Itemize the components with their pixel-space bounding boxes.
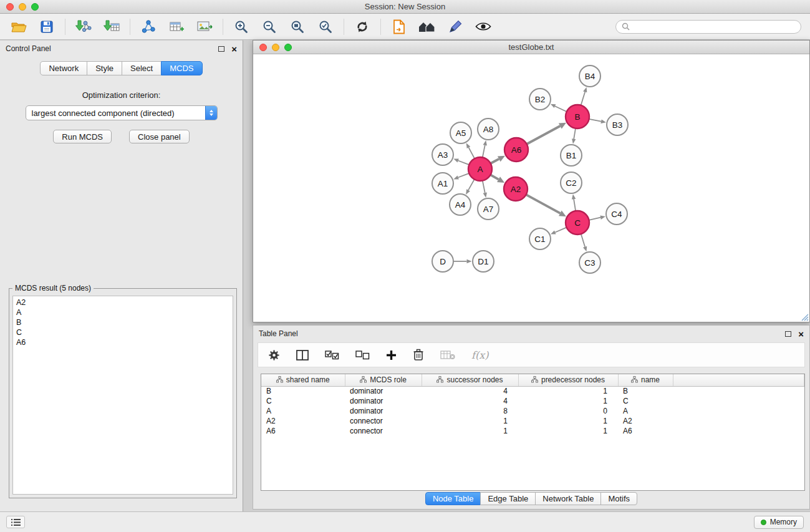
graph-node-A2[interactable]: A2: [504, 177, 528, 201]
graph-edge-A-A6[interactable]: [491, 159, 499, 163]
graph-node-B1[interactable]: B1: [561, 145, 582, 166]
zoom-selected-button[interactable]: [313, 16, 338, 37]
tab-mcds[interactable]: MCDS: [161, 61, 202, 75]
tab-network-table[interactable]: Network Table: [535, 492, 601, 505]
graph-edge-B-B3[interactable]: [589, 119, 601, 122]
graph-node-C3[interactable]: C3: [579, 252, 600, 273]
table-row[interactable]: Cdominator41C: [261, 396, 804, 406]
import-network-button[interactable]: [71, 16, 96, 37]
zoom-button[interactable]: [31, 3, 39, 11]
close-table-panel-button[interactable]: ×: [798, 329, 804, 339]
tab-motifs[interactable]: Motifs: [600, 492, 637, 505]
mcds-result-item[interactable]: C: [16, 327, 229, 337]
run-mcds-button[interactable]: Run MCDS: [53, 130, 112, 143]
close-panel-button-2[interactable]: Close panel: [129, 130, 190, 143]
graph-node-A6[interactable]: A6: [504, 138, 528, 162]
table-row[interactable]: A6connector11A6: [261, 426, 804, 436]
graph-edge-A6-B[interactable]: [527, 126, 561, 144]
network-zoom-button[interactable]: [284, 44, 292, 51]
graph-node-B3[interactable]: B3: [607, 114, 628, 135]
network-canvas[interactable]: B4B2BB3A8A5A6B1A3AC2A1A2A4A7C4CC1C3DD1: [253, 55, 809, 322]
graph-node-B[interactable]: B: [566, 105, 589, 128]
deselect-all-button[interactable]: [355, 351, 370, 360]
delete-column-button[interactable]: [413, 349, 424, 361]
graph-node-C[interactable]: C: [566, 211, 589, 235]
mcds-result-item[interactable]: B: [16, 317, 229, 327]
add-column-button[interactable]: [386, 350, 397, 360]
tab-network[interactable]: Network: [40, 61, 87, 75]
import-table-button[interactable]: [99, 16, 124, 37]
style-button[interactable]: [443, 16, 468, 37]
graph-edge-A-A3[interactable]: [458, 161, 470, 165]
session-document-button[interactable]: [387, 16, 412, 37]
graph-node-A1[interactable]: A1: [432, 173, 453, 194]
graph-node-A5[interactable]: A5: [450, 122, 471, 143]
apply-layout-button[interactable]: [350, 16, 375, 37]
tab-style[interactable]: Style: [87, 61, 122, 75]
zoom-out-button[interactable]: [257, 16, 282, 37]
graph-edge-B-B1[interactable]: [574, 128, 576, 139]
mcds-result-item[interactable]: A2: [16, 297, 229, 307]
zoom-fit-button[interactable]: [285, 16, 310, 37]
float-panel-button[interactable]: [218, 46, 224, 52]
graph-edge-C-C2[interactable]: [574, 199, 576, 211]
new-table-button[interactable]: [164, 16, 189, 37]
graph-edge-A-A2[interactable]: [491, 175, 499, 179]
mcds-result-list[interactable]: A2ABCA6: [12, 296, 233, 495]
graph-edge-C-C4[interactable]: [589, 218, 601, 220]
table-row[interactable]: Adominator80A: [261, 406, 804, 416]
graph-edge-C-C3[interactable]: [581, 234, 585, 247]
network-minimize-button[interactable]: [272, 44, 279, 51]
graph-node-D1[interactable]: D1: [473, 251, 494, 272]
resize-grip-icon[interactable]: [801, 314, 809, 321]
graph-node-A[interactable]: A: [468, 157, 492, 181]
new-network-button[interactable]: [136, 16, 161, 37]
graph-node-D[interactable]: D: [432, 251, 453, 272]
home-views-button[interactable]: [415, 16, 440, 37]
table-row[interactable]: Bdominator41B: [261, 386, 804, 396]
show-columns-button[interactable]: [296, 350, 309, 360]
table-row[interactable]: A2connector11A2: [261, 416, 804, 426]
column-header-name[interactable]: name: [618, 374, 673, 386]
graph-edge-B-B2[interactable]: [555, 106, 567, 112]
export-image-button[interactable]: [192, 16, 217, 37]
graph-edge-A-A8[interactable]: [483, 145, 485, 157]
criterion-dropdown[interactable]: largest connected component (directed): [26, 105, 218, 120]
graph-node-A4[interactable]: A4: [450, 194, 471, 215]
function-builder-button[interactable]: f(x): [471, 349, 488, 361]
tab-edge-table[interactable]: Edge Table: [480, 492, 536, 505]
save-session-button[interactable]: [34, 16, 59, 37]
tab-node-table[interactable]: Node Table: [425, 492, 481, 505]
tab-select[interactable]: Select: [122, 61, 162, 75]
delete-table-button[interactable]: [440, 350, 455, 360]
network-close-button[interactable]: [259, 44, 267, 51]
column-header-shared-name[interactable]: shared name: [261, 374, 345, 386]
zoom-in-button[interactable]: [229, 16, 254, 37]
graph-node-B4[interactable]: B4: [579, 65, 600, 87]
graph-node-C2[interactable]: C2: [561, 172, 582, 193]
column-header-predecessor-nodes[interactable]: predecessor nodes: [518, 374, 618, 386]
network-graph[interactable]: B4B2BB3A8A5A6B1A3AC2A1A2A4A7C4CC1C3DD1: [253, 55, 809, 322]
close-panel-button[interactable]: ×: [231, 44, 237, 54]
mcds-result-item[interactable]: A: [16, 307, 229, 317]
graph-edge-A-A5[interactable]: [469, 147, 475, 158]
graph-node-A3[interactable]: A3: [432, 144, 453, 165]
graph-edge-A-A1[interactable]: [458, 173, 470, 178]
search-input[interactable]: [633, 22, 795, 31]
graph-edge-B-B4[interactable]: [581, 92, 586, 105]
graph-edge-A-A7[interactable]: [483, 181, 485, 193]
graph-node-C4[interactable]: C4: [606, 203, 627, 225]
graph-edge-A2-C[interactable]: [526, 195, 561, 213]
graph-edge-A-A4[interactable]: [468, 180, 475, 190]
column-header-successor-nodes[interactable]: successor nodes: [422, 374, 518, 386]
minimize-button[interactable]: [19, 3, 26, 11]
toggle-details-button[interactable]: [471, 16, 496, 37]
graph-edge-C-C1[interactable]: [555, 228, 566, 233]
float-table-panel-button[interactable]: [785, 331, 791, 337]
column-header-mcds-role[interactable]: MCDS role: [345, 374, 422, 386]
select-all-button[interactable]: [325, 351, 339, 360]
graph-node-A8[interactable]: A8: [478, 118, 499, 140]
graph-node-B2[interactable]: B2: [529, 89, 551, 110]
mcds-result-item[interactable]: A6: [16, 337, 229, 347]
task-history-button[interactable]: [6, 516, 25, 528]
